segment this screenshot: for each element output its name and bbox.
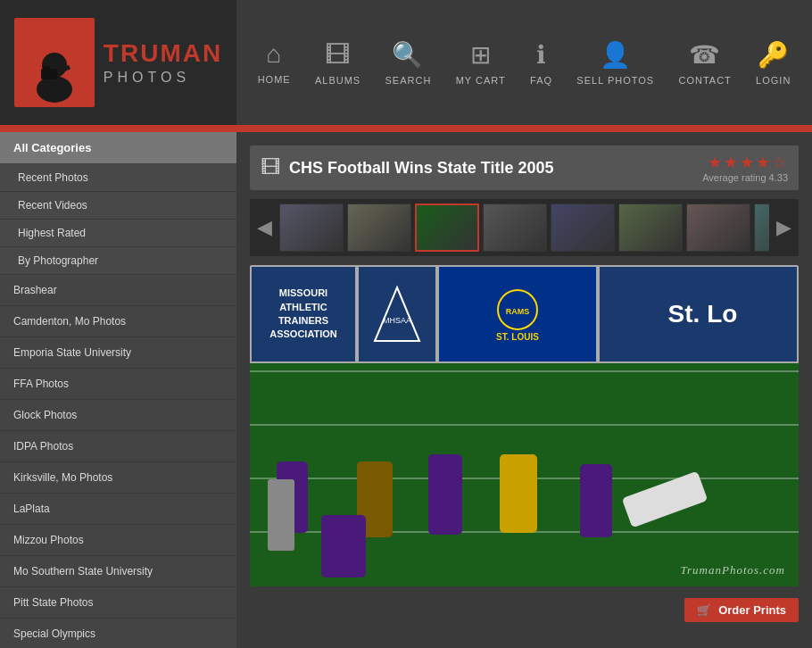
sidebar-cat-emporia[interactable]: Emporia State University — [0, 337, 236, 369]
sidebar-cat-ffa[interactable]: FFA Photos — [0, 369, 236, 400]
thumbnail-image-6 — [619, 204, 682, 251]
svg-text:MHSAA: MHSAA — [383, 316, 411, 325]
logo-area: TRUMAN PHOTOS — [0, 0, 236, 125]
watermark: TrumanPhotos.com — [681, 563, 785, 577]
album-title-bar: 🎞 CHS Football Wins State Title 2005 ★★★… — [250, 145, 799, 190]
stl-text: St. Lo — [668, 300, 738, 328]
thumbnail-image-7 — [687, 204, 750, 251]
album-title: CHS Football Wins State Title 2005 — [289, 159, 554, 178]
player-7 — [321, 515, 366, 577]
logo-truman: TRUMAN — [104, 39, 222, 68]
logo-text: TRUMAN PHOTOS — [104, 39, 222, 86]
main-layout: All Categories Recent PhotosRecent Video… — [0, 132, 812, 648]
thumbnail-7[interactable] — [686, 204, 750, 252]
nav-label-search: SEARCH — [385, 75, 431, 86]
svg-rect-3 — [43, 66, 50, 71]
cart-icon: 🛒 — [697, 603, 711, 617]
sidebar-sub-by-photographer[interactable]: By Photographer — [0, 247, 236, 275]
sidebar-cat-brashear[interactable]: Brashear — [0, 275, 236, 306]
thumbnail-image-2 — [348, 204, 410, 251]
thumbnail-strip: ◀ ▶ — [250, 199, 799, 256]
nav-label-home: HOME — [258, 74, 291, 85]
nav-icon-search: 🔍 — [392, 40, 424, 70]
album-rating: ★★★★☆ Average rating 4.33 — [702, 153, 788, 183]
rating-avg: Average rating 4.33 — [702, 172, 788, 183]
nav-item-sell[interactable]: 👤SELL PHOTOS — [576, 40, 654, 86]
next-arrow[interactable]: ▶ — [769, 216, 799, 239]
svg-point-0 — [37, 76, 72, 103]
thumbnail-4[interactable] — [483, 204, 547, 252]
nav-item-login[interactable]: 🔑LOGIN — [756, 40, 791, 86]
thumbnail-2[interactable] — [347, 204, 411, 252]
thumbnail-image-3 — [417, 205, 477, 250]
nav-item-albums[interactable]: 🎞ALBUMS — [315, 40, 360, 86]
player-4 — [500, 454, 537, 533]
stl-rams-label: ST. LOUIS — [496, 332, 539, 342]
nav-icon-home: ⌂ — [266, 40, 282, 69]
nav-item-faq[interactable]: ℹFAQ — [530, 40, 552, 86]
thumbnail-image-5 — [551, 204, 614, 251]
banner-athletic: MISSOURIATHLETICTRAINERSASSOCIATION — [250, 265, 357, 363]
content-area: 🎞 CHS Football Wins State Title 2005 ★★★… — [236, 132, 812, 648]
nav-label-contact: CONTACT — [678, 75, 731, 86]
thumbnail-1[interactable] — [279, 204, 344, 252]
thumbnails — [279, 204, 769, 252]
nav-item-search[interactable]: 🔍SEARCH — [385, 40, 431, 86]
nav-label-sell: SELL PHOTOS — [576, 75, 654, 86]
sidebar-cat-mo-southern[interactable]: Mo Southern State University — [0, 556, 236, 587]
header: TRUMAN PHOTOS ⌂HOME🎞ALBUMS🔍SEARCH⊞MY CAR… — [0, 0, 812, 125]
main-photo[interactable]: MISSOURIATHLETICTRAINERSASSOCIATION MHSA… — [250, 265, 799, 586]
thumbnail-8[interactable] — [754, 204, 769, 252]
sidebar-cat-laplata[interactable]: LaPlata — [0, 494, 236, 525]
player-5 — [580, 464, 612, 537]
nav-icon-login: 🔑 — [758, 40, 790, 70]
banner-stl: St. Lo — [598, 265, 799, 363]
prev-arrow[interactable]: ◀ — [250, 216, 279, 239]
sidebar-sub-recent-videos[interactable]: Recent Videos — [0, 192, 236, 220]
all-categories-header[interactable]: All Categories — [0, 132, 236, 164]
field-stripe-3 — [250, 424, 799, 426]
nav-icon-faq: ℹ — [536, 40, 547, 70]
thumbnail-6[interactable] — [618, 204, 683, 252]
rating-stars: ★★★★☆ — [708, 153, 788, 172]
nav-icon-albums: 🎞 — [325, 40, 351, 70]
nav-item-mycart[interactable]: ⊞MY CART — [456, 40, 506, 86]
sidebar-cat-pitt-state[interactable]: Pitt State Photos — [0, 587, 236, 619]
nav-label-login: LOGIN — [756, 75, 791, 86]
svg-text:RAMS: RAMS — [506, 307, 530, 316]
nav-item-home[interactable]: ⌂HOME — [258, 40, 291, 85]
thumbnail-image-1 — [280, 204, 343, 251]
sidebar-cat-mizzou[interactable]: Mizzou Photos — [0, 525, 236, 556]
sidebar-cat-special-olympics[interactable]: Special Olympics — [0, 619, 236, 648]
mfaa-logo: MHSAA — [370, 283, 424, 345]
sidebar-cat-camdenton[interactable]: Camdenton, Mo Photos — [0, 306, 236, 337]
sidebar-cat-kirksville[interactable]: Kirksville, Mo Photos — [0, 462, 236, 494]
nav-icon-mycart: ⊞ — [470, 40, 492, 70]
logo-box — [14, 18, 95, 107]
rams-logo-icon: RAMS — [495, 287, 540, 332]
sidebar-sub-recent-photos[interactable]: Recent Photos — [0, 164, 236, 192]
sidebar-cat-idpa[interactable]: IDPA Photos — [0, 431, 236, 462]
nav-label-faq: FAQ — [530, 75, 552, 86]
thumbnail-3[interactable] — [415, 204, 479, 252]
sidebar-sub-highest-rated[interactable]: Highest Rated — [0, 220, 236, 247]
red-bar — [0, 125, 812, 132]
order-prints-button[interactable]: 🛒 Order Prints — [684, 598, 799, 622]
order-bar: 🛒 Order Prints — [250, 594, 799, 627]
thumbnail-5[interactable] — [551, 204, 615, 252]
banner-mfaa: MHSAA — [357, 265, 437, 363]
thumbnail-image-8 — [755, 204, 769, 251]
nav-label-mycart: MY CART — [456, 75, 506, 86]
nav-icon-contact: ☎ — [689, 40, 721, 70]
sidebar-cat-glock[interactable]: Glock Photos — [0, 400, 236, 431]
photographer-silhouette — [23, 22, 86, 103]
nav-item-contact[interactable]: ☎CONTACT — [678, 40, 731, 86]
film-icon: 🎞 — [261, 156, 280, 179]
svg-marker-5 — [375, 287, 419, 341]
banners-area: MISSOURIATHLETICTRAINERSASSOCIATION MHSA… — [250, 265, 799, 363]
logo-photos: PHOTOS — [104, 70, 222, 86]
sidebar: All Categories Recent PhotosRecent Video… — [0, 132, 236, 648]
thumbnail-image-4 — [484, 204, 546, 251]
nav-label-albums: ALBUMS — [315, 75, 360, 86]
field-stripe-4 — [250, 370, 799, 372]
